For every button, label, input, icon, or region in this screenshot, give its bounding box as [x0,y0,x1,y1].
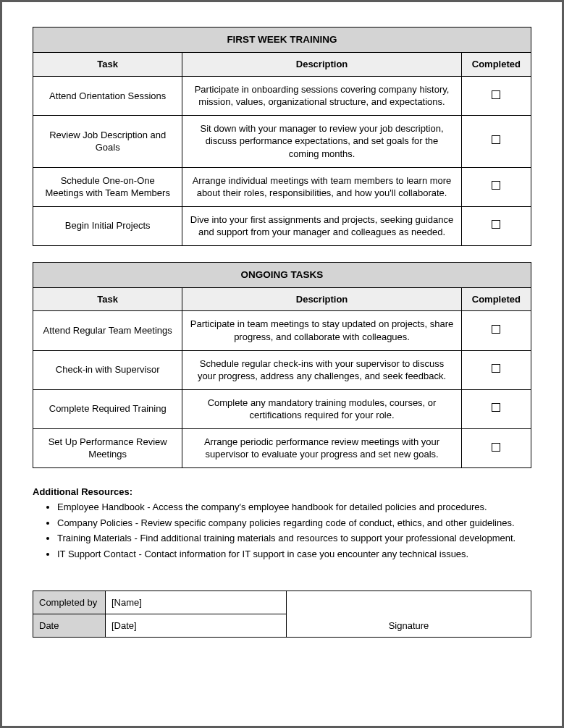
table-row: Begin Initial Projects Dive into your fi… [33,206,531,245]
resources-list: Employee Handbook - Access the company's… [33,501,531,562]
checkbox-icon[interactable] [492,90,500,99]
table-row: Attend Orientation Sessions Participate … [33,76,531,115]
table-row: Review Job Description and Goals Sit dow… [33,115,531,167]
table-row: Attend Regular Team Meetings Participate… [33,311,531,350]
col-completed: Completed [461,287,531,311]
task-cell: Attend Orientation Sessions [33,76,182,115]
desc-cell: Participate in team meetings to stay upd… [182,311,461,350]
completed-by-label: Completed by [33,591,106,614]
completed-by-value: [Name] [106,591,287,614]
first-week-training-table: FIRST WEEK TRAINING Task Description Com… [33,27,531,246]
checkbox-icon[interactable] [492,403,500,412]
date-label: Date [33,614,106,638]
desc-cell: Complete any mandatory training modules,… [182,389,461,428]
list-item: Training Materials - Find additional tra… [57,532,531,546]
checkbox-icon[interactable] [492,443,500,452]
task-cell: Review Job Description and Goals [33,115,182,167]
checkbox-icon[interactable] [492,181,500,190]
signature-area [287,591,531,614]
col-task: Task [33,287,182,311]
signoff-table: Completed by [Name] Date [Date] Signatur… [33,591,531,638]
desc-cell: Arrange individual meetings with team me… [182,167,461,206]
checkbox-icon[interactable] [492,325,500,334]
task-cell: Check-in with Supervisor [33,350,182,389]
task-cell: Set Up Performance Review Meetings [33,428,182,467]
desc-cell: Schedule regular check-ins with your sup… [182,350,461,389]
ongoing-tasks-table: ONGOING TASKS Task Description Completed… [33,262,531,468]
list-item: IT Support Contact - Contact information… [57,548,531,562]
task-cell: Schedule One-on-One Meetings with Team M… [33,167,182,206]
desc-cell: Sit down with your manager to review you… [182,115,461,167]
task-cell: Attend Regular Team Meetings [33,311,182,350]
checkbox-icon[interactable] [492,220,500,229]
checkbox-icon[interactable] [492,135,500,144]
table-row: Complete Required Training Complete any … [33,389,531,428]
signature-label: Signature [287,614,531,638]
page: FIRST WEEK TRAINING Task Description Com… [2,2,562,662]
list-item: Company Policies - Review specific compa… [57,517,531,530]
completed-cell [461,350,531,389]
desc-cell: Dive into your first assignments and pro… [182,206,461,245]
table-row: Schedule One-on-One Meetings with Team M… [33,167,531,206]
task-cell: Begin Initial Projects [33,206,182,245]
additional-resources: Additional Resources: Employee Handbook … [33,486,531,562]
completed-cell [461,76,531,115]
col-description: Description [182,53,461,77]
col-description: Description [182,287,461,311]
list-item: Employee Handbook - Access the company's… [57,501,531,515]
desc-cell: Participate in onboarding sessions cover… [182,76,461,115]
completed-cell [461,167,531,206]
table-title: ONGOING TASKS [33,262,531,287]
table-row: Set Up Performance Review Meetings Arran… [33,428,531,467]
desc-cell: Arrange periodic performance review meet… [182,428,461,467]
table-row: Check-in with Supervisor Schedule regula… [33,350,531,389]
col-task: Task [33,53,182,77]
resources-title: Additional Resources: [33,486,531,499]
completed-cell [461,115,531,167]
completed-cell [461,389,531,428]
checkbox-icon[interactable] [492,364,500,373]
completed-cell [461,311,531,350]
table-title: FIRST WEEK TRAINING [33,27,531,53]
col-completed: Completed [461,53,531,77]
task-cell: Complete Required Training [33,389,182,428]
completed-cell [461,206,531,245]
completed-cell [461,428,531,467]
date-value: [Date] [106,614,287,638]
